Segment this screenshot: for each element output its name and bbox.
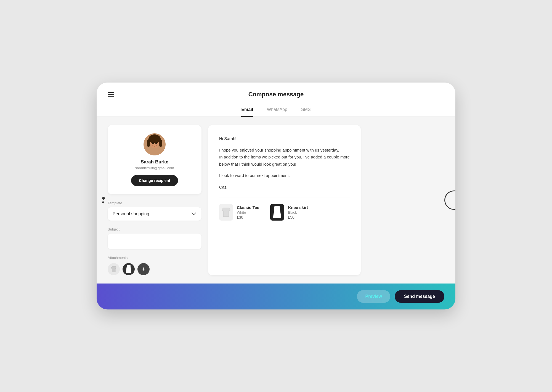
recipient-card: Sarah Burke sarahb2938@gmail.com Change … [108,125,201,194]
product-item: Knee skirt Black £50 [270,204,308,221]
product-price-skirt: £50 [288,215,308,219]
template-value: Personal shopping [113,211,149,216]
recipient-name: Sarah Burke [141,159,168,165]
floating-circle [444,190,455,210]
product-name-tee: Classic Tee [237,205,259,210]
footer: Preview Send message [97,284,455,309]
subject-section: Subject [108,227,201,249]
email-paragraph1: I hope you enjoyed your shopping appoint… [219,147,350,168]
svg-point-5 [159,139,162,147]
product-info-tee: Classic Tee White £30 [237,205,259,219]
template-select[interactable]: Personal shopping [108,207,201,221]
send-message-button[interactable]: Send message [395,290,444,303]
chevron-down-icon [191,211,197,217]
product-variant-skirt: Black [288,210,308,214]
menu-icon[interactable] [108,92,114,97]
attachments-row: + [108,263,201,275]
left-panel: Sarah Burke sarahb2938@gmail.com Change … [108,125,201,275]
subject-input[interactable] [108,234,201,249]
content-area: Sarah Burke sarahb2938@gmail.com Change … [97,117,372,284]
attachment-skirt[interactable] [123,263,135,275]
subject-label: Subject [108,227,201,231]
dot-large [102,197,105,200]
dots-indicator [102,197,105,203]
svg-point-6 [152,142,154,144]
product-variant-tee: White [237,210,259,214]
recipient-email: sarahb2938@gmail.com [135,166,174,170]
products-row: Classic Tee White £30 [219,204,350,221]
svg-rect-10 [274,206,280,208]
attachment-tee[interactable] [108,263,120,275]
tab-email[interactable]: Email [241,104,253,117]
svg-point-4 [147,139,150,147]
template-label: Template [108,201,201,205]
avatar [144,133,166,155]
header: Compose message Email WhatsApp SMS [97,83,455,117]
attachments-section: Attachments [108,256,201,275]
email-greeting: Hi Sarah! [219,135,350,142]
product-price-tee: £30 [237,215,259,219]
product-thumb-tee [219,204,233,221]
attachment-add-button[interactable]: + [137,263,150,275]
attachments-label: Attachments [108,256,201,260]
preview-button[interactable]: Preview [357,290,390,303]
tab-whatsapp[interactable]: WhatsApp [267,104,287,117]
svg-rect-9 [127,265,131,266]
svg-point-7 [155,142,157,144]
email-preview-panel: Hi Sarah! I hope you enjoyed your shoppi… [208,125,361,275]
email-signature: Caz [219,184,350,191]
change-recipient-button[interactable]: Change recipient [131,175,178,186]
email-paragraph2: I look forward to our next appointment. [219,172,350,179]
email-body: Hi Sarah! I hope you enjoyed your shoppi… [219,135,350,190]
tab-sms[interactable]: SMS [301,104,311,117]
template-section: Template Personal shopping [108,201,201,221]
product-item: Classic Tee White £30 [219,204,259,221]
email-divider [219,197,350,197]
device-frame: Compose message Email WhatsApp SMS [97,83,455,309]
tabs-container: Email WhatsApp SMS [108,104,444,116]
product-thumb-skirt [270,204,284,221]
product-name-skirt: Knee skirt [288,205,308,210]
page-title: Compose message [248,91,304,98]
dot-small [102,202,104,203]
svg-point-3 [148,134,161,143]
product-info-skirt: Knee skirt Black £50 [288,205,308,219]
